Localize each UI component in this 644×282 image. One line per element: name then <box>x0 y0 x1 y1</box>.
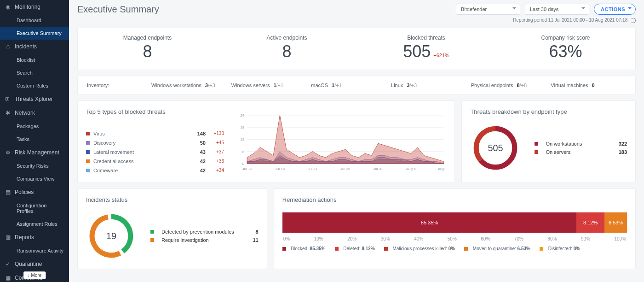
gauge-icon: ◉ <box>5 4 11 10</box>
sidebar-item-label: Reports <box>15 234 34 241</box>
breakdown-panel: Threats breakdown by endpoint type 505 O… <box>461 100 636 183</box>
sidebar-item-label: Network <box>15 110 35 116</box>
sidebar-item-label: Blocklist <box>17 57 35 63</box>
companies-icon: ▦ <box>5 275 11 281</box>
company-dropdown[interactable]: Bitdefender <box>456 4 520 15</box>
legend-item: Deleted: 8.12% <box>335 246 375 251</box>
svg-text:505: 505 <box>488 142 503 153</box>
kpi-company-risk-score: Company risk score63% <box>496 28 635 70</box>
risk-icon: ⚙ <box>5 149 11 156</box>
remediation-legend: Blocked: 85.35% Deleted: 8.12% Malicious… <box>282 246 627 251</box>
inventory-row: Inventory: Windows workstations3/+3Windo… <box>77 76 636 95</box>
main: Executive Summary Bitdefender Last 30 da… <box>69 0 644 282</box>
header: Executive Summary Bitdefender Last 30 da… <box>77 4 636 15</box>
inventory-item: macOS1/+1 <box>311 82 386 88</box>
more-button[interactable]: ↓ More <box>23 271 46 279</box>
sidebar-item-label: Monitoring <box>15 4 40 10</box>
sidebar-item-configuration-profiles[interactable]: Configuration Profiles <box>0 199 69 217</box>
sidebar-item-tasks[interactable]: Tasks <box>0 133 69 146</box>
sidebar-item-label: Executive Summary <box>17 30 62 36</box>
network-icon: ✱ <box>5 110 11 116</box>
inventory-item: Windows servers1/+1 <box>231 82 307 88</box>
svg-text:Jul 31: Jul 31 <box>373 167 383 171</box>
sidebar-item-network[interactable]: ✱Network <box>0 106 69 120</box>
color-swatch <box>86 132 90 135</box>
top5-title: Top 5 types of blocked threats <box>86 108 224 115</box>
svg-text:24: 24 <box>240 113 244 118</box>
sidebar-item-packages[interactable]: Packages <box>0 120 69 133</box>
sidebar-item-ransomware-activity[interactable]: Ransomware Activity <box>0 244 69 257</box>
sidebar-item-security-risks[interactable]: Security Risks <box>0 159 69 172</box>
sidebar-item-blocklist[interactable]: Blocklist <box>0 53 69 66</box>
kpi-blocked-threats: Blocked threats505+621% <box>356 28 496 70</box>
legend-item: Moved to quarantine: 6.53% <box>464 246 530 251</box>
sidebar-item-label: Dashboard <box>17 18 41 23</box>
reporting-period-text: Reporting period 11 Jul 2021 00:00 - 10 … <box>513 18 627 23</box>
sidebar-item-dashboard[interactable]: Dashboard <box>0 14 69 27</box>
alert-icon: ⚠ <box>5 43 11 50</box>
svg-text:0: 0 <box>242 162 245 166</box>
incidents-panel: Incidents status 19 Detected by preventi… <box>77 188 267 269</box>
kpi-value: 63% <box>500 42 631 61</box>
kpi-label: Managed endpoints <box>82 35 213 41</box>
color-swatch <box>150 238 154 242</box>
sidebar-item-policies[interactable]: ▤Policies <box>0 185 69 199</box>
inventory-label: Inventory: <box>87 82 151 88</box>
sidebar-item-monitoring[interactable]: ◉Monitoring <box>0 0 69 14</box>
sidebar-item-companies-view[interactable]: Companies View <box>0 172 69 185</box>
color-swatch <box>86 169 90 172</box>
legend-row: On workstations322 <box>535 140 627 148</box>
svg-text:Jul 26: Jul 26 <box>340 167 351 171</box>
page-title: Executive Summary <box>77 4 451 15</box>
sidebar-item-label: Risk Management <box>15 149 59 156</box>
kpi-value: 505+621% <box>361 42 491 61</box>
inventory-item: Linux3/+3 <box>391 82 466 88</box>
sidebar-item-label: Packages <box>17 123 39 129</box>
color-swatch <box>384 247 388 251</box>
kpi-value: 8 <box>82 42 213 61</box>
inventory-item: Windows workstations3/+3 <box>151 82 227 88</box>
threat-row: Crimeware42+34 <box>86 166 224 175</box>
legend-row: On servers183 <box>535 148 627 156</box>
svg-text:6: 6 <box>242 150 245 154</box>
kpi-label: Blocked threats <box>361 35 491 41</box>
sidebar: ◉MonitoringDashboardExecutive Summary⚠In… <box>0 0 69 282</box>
remediation-segment: 6.53% <box>604 212 627 233</box>
threat-row: Discovery50+45 <box>86 138 224 147</box>
kpi-label: Company risk score <box>500 35 631 41</box>
sidebar-item-label: Companies View <box>17 176 54 182</box>
remediation-panel: Remediation actions 85.35%8.12%6.53% 0%1… <box>274 188 636 269</box>
remediation-bar: 85.35%8.12%6.53% <box>282 212 627 233</box>
svg-text:12: 12 <box>240 137 244 141</box>
top5-timeline-chart: 06121824Jul 11Jul 16Jul 21Jul 26Jul 31Au… <box>233 108 446 175</box>
sidebar-item-custom-rules[interactable]: Custom Rules <box>0 79 69 92</box>
sidebar-item-incidents[interactable]: ⚠Incidents <box>0 40 69 53</box>
svg-text:Jul 16: Jul 16 <box>275 167 285 171</box>
svg-text:18: 18 <box>240 125 244 129</box>
color-swatch <box>282 247 286 251</box>
remediation-axis: 0%10%20%30%40%50%60%70%80%90%100% <box>282 236 627 241</box>
color-swatch <box>335 247 339 251</box>
sidebar-item-risk-management[interactable]: ⚙Risk Management <box>0 146 69 159</box>
sidebar-item-assignment-rules[interactable]: Assignment Rules <box>0 217 69 230</box>
legend-row: Detected by prevention modules8 <box>150 228 259 236</box>
sidebar-item-search[interactable]: Search <box>0 66 69 79</box>
kpi-label: Active endpoints <box>222 35 352 41</box>
actions-button[interactable]: ACTIONS <box>594 4 636 15</box>
color-swatch <box>86 159 90 163</box>
range-dropdown[interactable]: Last 30 days <box>525 4 589 15</box>
refresh-icon[interactable] <box>631 18 636 23</box>
kpi-value: 8 <box>222 42 352 61</box>
sidebar-item-reports[interactable]: ▥Reports <box>0 230 69 244</box>
reporting-period: Reporting period 11 Jul 2021 00:00 - 10 … <box>77 18 636 23</box>
sidebar-item-executive-summary[interactable]: Executive Summary <box>0 27 69 40</box>
sidebar-item-quarantine[interactable]: ✓Quarantine <box>0 257 69 271</box>
quarantine-icon: ✓ <box>5 261 11 267</box>
kpi-row: Managed endpoints8Active endpoints8Block… <box>77 28 636 70</box>
sidebar-item-label: Tasks <box>17 136 29 142</box>
top5-panel: Top 5 types of blocked threats Virus148+… <box>77 100 455 183</box>
incidents-title: Incidents status <box>86 196 259 203</box>
sidebar-item-label: Security Risks <box>17 163 49 169</box>
sidebar-item-threats-xplorer[interactable]: ⛨Threats Xplorer <box>0 92 69 106</box>
breakdown-donut: 505 <box>470 123 521 173</box>
